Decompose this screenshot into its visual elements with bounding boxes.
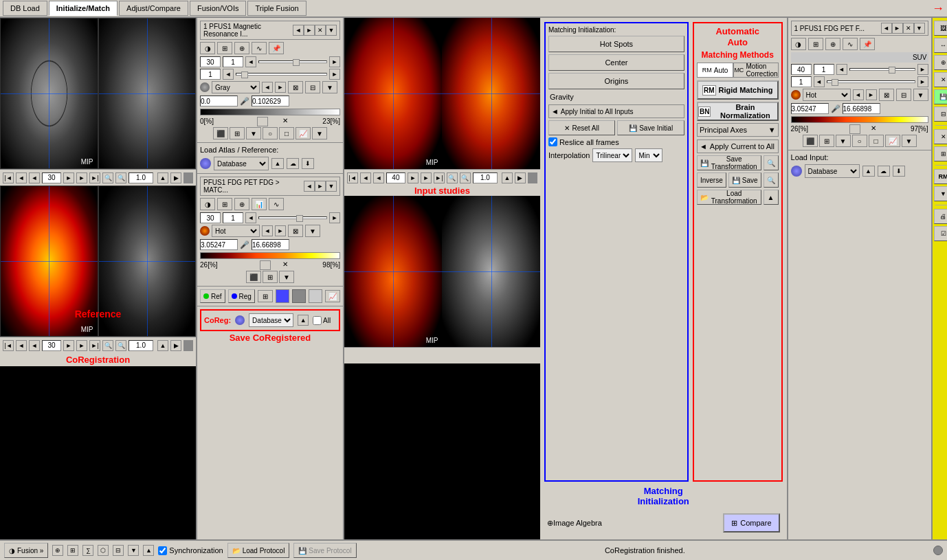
first-frame-btn-b[interactable]: |◄: [3, 340, 14, 351]
menu-image-btn[interactable]: ▼: [326, 25, 337, 36]
last-frame-btn[interactable]: ►|: [89, 172, 100, 183]
atlas-load-btn[interactable]: ▲: [271, 158, 284, 169]
brain-norm-btn[interactable]: BN Brain Normalization: [697, 102, 779, 121]
colormap-opt1[interactable]: ⊠: [288, 81, 303, 93]
pet-min-val[interactable]: 3.05247: [200, 239, 238, 250]
last-frame-btn-b[interactable]: ►|: [89, 340, 100, 351]
prev-frame-btn-b[interactable]: ◄: [16, 340, 27, 351]
pet-brightness-slider[interactable]: [258, 216, 327, 219]
cursor2-icon[interactable]: ⊕: [234, 198, 249, 210]
origins-btn[interactable]: Origins: [548, 73, 684, 89]
layout-btn[interactable]: ▲: [157, 172, 168, 183]
pet-inv-icon[interactable]: ⬛: [246, 271, 261, 283]
reset-all-btn[interactable]: ✕ Reset All: [548, 120, 616, 135]
tab-fusion-vois[interactable]: Fusion/VOIs: [190, 1, 247, 16]
r-load-btn[interactable]: ▲: [862, 166, 875, 177]
coreg-all-check[interactable]: All: [313, 316, 331, 325]
brightness-prev[interactable]: ◄: [245, 56, 256, 67]
center-btn[interactable]: Center: [548, 54, 684, 71]
fusion-btn[interactable]: ◑ Fusion »: [4, 543, 48, 558]
input-source-select[interactable]: Database: [805, 164, 860, 178]
next-slice-btn-b[interactable]: ►: [63, 340, 74, 351]
interp-select[interactable]: Trilinear: [592, 148, 632, 162]
right-menu-btn[interactable]: ▼: [914, 23, 925, 34]
coreg-all-checkbox[interactable]: [313, 316, 322, 325]
cursor-icon[interactable]: ⊕: [234, 42, 249, 54]
r-extra2-btn[interactable]: ⬇: [893, 166, 905, 177]
r-wave-icon[interactable]: ∿: [843, 38, 858, 50]
pet-colormap-select[interactable]: Hot: [212, 225, 260, 237]
r-contrast[interactable]: 1: [814, 64, 834, 75]
sidebar-btn-1[interactable]: 🖼: [934, 21, 947, 36]
graph2-icon[interactable]: ▼: [312, 127, 327, 139]
colormap-select[interactable]: Gray: [212, 81, 260, 93]
sidebar-btn-rm[interactable]: RM: [934, 169, 947, 184]
brightness-input[interactable]: 30: [200, 56, 221, 67]
coreg-save-btn[interactable]: ▲: [298, 315, 309, 326]
pet-layout-icon[interactable]: ⊞: [263, 271, 278, 283]
r-br-prev[interactable]: ◄: [836, 64, 847, 75]
bottom-icon5[interactable]: ▼: [128, 545, 139, 556]
contrast-icon[interactable]: ◑: [200, 42, 215, 54]
close-btn-bottom[interactable]: ▶: [170, 340, 181, 351]
sidebar-btn-2[interactable]: ↔: [934, 38, 947, 53]
r-brightness[interactable]: 40: [791, 64, 812, 75]
atlas-extra2-btn[interactable]: ⬇: [302, 158, 314, 169]
ref-button[interactable]: Ref: [200, 289, 225, 303]
save-transform-btn[interactable]: 💾 Save Transformation: [697, 155, 761, 170]
bottom-icon6[interactable]: ▲: [143, 545, 154, 556]
r-drop-icon[interactable]: ▼: [836, 135, 851, 147]
next-slice-btn[interactable]: ►: [63, 172, 74, 183]
atlas-extra-btn[interactable]: ☁: [287, 158, 299, 169]
sync-check[interactable]: Synchronization: [158, 546, 223, 555]
dropdown-icon[interactable]: ▼: [246, 127, 261, 139]
next-frame-btn-b[interactable]: ►: [76, 340, 87, 351]
r-cmap-opt3[interactable]: ▼: [913, 89, 928, 101]
r-max-val[interactable]: 16.66898: [843, 103, 880, 114]
r-c-slider[interactable]: [827, 80, 915, 83]
tab-adjust-compare[interactable]: Adjust/Compare: [119, 1, 188, 16]
bottom-icon1[interactable]: ⊞: [67, 545, 78, 556]
tab-initialize-match[interactable]: Initialize/Match: [49, 1, 118, 16]
r-colormap-select[interactable]: Hot: [803, 89, 851, 101]
contrast-prev[interactable]: ◄: [223, 69, 234, 80]
c-zoom-val[interactable]: [473, 172, 498, 183]
colormap-next[interactable]: ►: [275, 82, 286, 93]
ref-extra-btn[interactable]: ⊞: [258, 290, 273, 302]
invert-icon[interactable]: ⬛: [213, 127, 228, 139]
next-frame-btn[interactable]: ►: [76, 172, 87, 183]
r-rect-icon[interactable]: □: [869, 135, 884, 147]
c-next2-btn[interactable]: ►: [421, 172, 432, 183]
right-next-btn[interactable]: ►: [892, 23, 903, 34]
right-close-btn[interactable]: ✕: [903, 23, 914, 34]
r-c-prev[interactable]: ◄: [814, 76, 825, 87]
close-image-btn[interactable]: ✕: [315, 25, 326, 36]
sidebar-btn-11[interactable]: ☑: [934, 226, 947, 241]
c-slice-input[interactable]: [386, 172, 405, 183]
pet-drop-icon[interactable]: ▼: [279, 271, 294, 283]
r-pin-icon[interactable]: 📌: [860, 38, 875, 50]
grid-icon[interactable]: ⊞: [217, 42, 232, 54]
right-prev-btn[interactable]: ◄: [881, 23, 892, 34]
bottom-icon2[interactable]: ∑: [82, 545, 93, 556]
auto-tab[interactable]: RM Auto: [697, 63, 733, 78]
pet-br-prev[interactable]: ◄: [245, 212, 256, 223]
min-value-input[interactable]: 0.0: [200, 96, 238, 107]
next-pet-btn[interactable]: ►: [315, 181, 326, 192]
pet-brightness[interactable]: 30: [200, 212, 221, 223]
graph-icon[interactable]: 📈: [296, 127, 311, 139]
c-first-btn[interactable]: |◄: [347, 172, 358, 183]
grid2-icon[interactable]: ⊞: [217, 198, 232, 210]
r-min-val[interactable]: 3.05247: [791, 103, 829, 114]
r-c-val[interactable]: [791, 76, 812, 87]
c-close-btn[interactable]: ▶: [515, 172, 526, 183]
pet-max-val[interactable]: 16.66898: [252, 239, 289, 250]
prev-slice-btn[interactable]: ◄: [29, 172, 40, 183]
pet-cmap-next[interactable]: ►: [275, 225, 286, 236]
pet-cmap-opt[interactable]: ⊠: [288, 225, 303, 237]
brightness-next[interactable]: ►: [329, 56, 340, 67]
sidebar-btn-3[interactable]: ⊕: [934, 55, 947, 70]
hot-spots-btn[interactable]: Hot Spots: [548, 36, 684, 52]
min-select[interactable]: Min: [635, 148, 662, 162]
pet-contrast[interactable]: 1: [223, 212, 243, 223]
